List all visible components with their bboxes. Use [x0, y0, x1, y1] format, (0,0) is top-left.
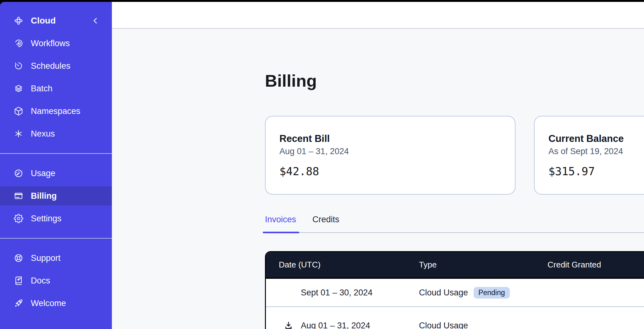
invoice-table: Date (UTC)TypeCredit Granted Sept 01 – 3… [265, 251, 644, 329]
invoice-type: Cloud Usage [419, 288, 468, 298]
sidebar-nav: WorkflowsSchedulesBatchNamespacesNexusUs… [0, 34, 112, 313]
sidebar-item-label: Settings [31, 214, 62, 224]
batch-icon [14, 84, 23, 93]
invoice-type: Cloud Usage [419, 321, 468, 329]
temporal-cloud-icon [14, 16, 23, 25]
sidebar-item-billing[interactable]: Billing [0, 186, 112, 205]
chevron-left-icon[interactable] [91, 17, 99, 25]
date-cell: Aug 01 – 31, 2024 [266, 321, 406, 329]
billing-tabs: InvoicesCredits [265, 214, 644, 233]
support-icon [14, 253, 23, 263]
download-icon[interactable] [284, 321, 293, 329]
sidebar-divider [0, 238, 112, 239]
sidebar-item-namespaces[interactable]: Namespaces [0, 102, 112, 121]
namespaces-icon [14, 106, 23, 116]
sidebar-item-workflows[interactable]: Workflows [0, 34, 112, 53]
sidebar-item-label: Support [31, 253, 61, 263]
billing-icon [14, 191, 23, 201]
sidebar: Cloud WorkflowsSchedulesBatchNamespacesN… [0, 2, 112, 329]
sidebar-item-label: Docs [31, 276, 50, 286]
tab-invoices[interactable]: Invoices [265, 214, 296, 232]
table-row: Sept 01 – 30, 2024Cloud UsagePending [266, 279, 644, 306]
sidebar-header-label: Cloud [31, 16, 56, 26]
table-row: Aug 01 – 31, 2024Cloud Usage [266, 306, 644, 329]
sidebar-item-label: Billing [31, 191, 57, 201]
sidebar-header[interactable]: Cloud [0, 11, 112, 30]
topbar [112, 2, 644, 29]
welcome-icon [14, 299, 23, 308]
column-header-credit-granted: Credit Granted [535, 260, 644, 270]
settings-icon [14, 214, 23, 223]
sidebar-item-label: Schedules [31, 61, 70, 71]
sidebar-item-usage[interactable]: Usage [0, 164, 112, 183]
sidebar-item-label: Nexus [31, 129, 55, 139]
sidebar-item-welcome[interactable]: Welcome [0, 294, 112, 313]
invoice-date: Sept 01 – 30, 2024 [301, 288, 372, 298]
sidebar-item-schedules[interactable]: Schedules [0, 57, 112, 75]
sidebar-item-label: Batch [31, 84, 52, 94]
sidebar-divider [0, 153, 112, 154]
card-amount: $42.88 [279, 164, 501, 179]
main-area: Billing Recent BillAug 01 – 31, 2024$42.… [112, 2, 644, 329]
nexus-icon [14, 129, 23, 138]
sidebar-item-settings[interactable]: Settings [0, 209, 112, 228]
sidebar-item-label: Usage [31, 169, 55, 178]
sidebar-item-label: Workflows [31, 39, 70, 48]
type-cell: Cloud UsagePending [406, 287, 535, 299]
card-subtitle: As of Sept 19, 2024 [548, 145, 644, 157]
tab-credits[interactable]: Credits [312, 214, 339, 232]
table-body: Sept 01 – 30, 2024Cloud UsagePendingAug … [266, 279, 644, 329]
app-window: Cloud WorkflowsSchedulesBatchNamespacesN… [0, 2, 644, 329]
recent-bill-card: Recent BillAug 01 – 31, 2024$42.88 [265, 116, 515, 195]
summary-cards: Recent BillAug 01 – 31, 2024$42.88Curren… [265, 116, 644, 195]
sidebar-item-label: Namespaces [31, 106, 80, 116]
tab-label: Invoices [265, 215, 296, 224]
table-header-row: Date (UTC)TypeCredit Granted [266, 252, 644, 279]
sidebar-item-docs[interactable]: Docs [0, 271, 112, 290]
invoice-date: Aug 01 – 31, 2024 [301, 321, 370, 329]
sidebar-item-nexus[interactable]: Nexus [0, 124, 112, 143]
usage-icon [14, 169, 23, 178]
status-badge: Pending [474, 287, 509, 299]
docs-icon [14, 276, 23, 285]
page-title: Billing [265, 69, 644, 92]
card-title: Recent Bill [279, 132, 501, 145]
card-amount: $315.97 [548, 164, 644, 179]
column-header-date-utc: Date (UTC) [266, 260, 406, 270]
column-header-type: Type [406, 260, 535, 270]
sidebar-item-batch[interactable]: Batch [0, 79, 112, 98]
type-cell: Cloud Usage [406, 321, 535, 329]
tab-label: Credits [312, 215, 339, 224]
billing-page: Billing Recent BillAug 01 – 31, 2024$42.… [112, 29, 644, 329]
sidebar-item-support[interactable]: Support [0, 249, 112, 267]
workflows-icon [14, 39, 23, 48]
sidebar-item-label: Welcome [31, 299, 66, 308]
card-title: Current Balance [548, 132, 644, 145]
schedules-icon [14, 61, 23, 71]
current-balance-card: Current BalanceAs of Sept 19, 2024$315.9… [534, 116, 644, 195]
date-cell: Sept 01 – 30, 2024 [266, 288, 406, 298]
card-subtitle: Aug 01 – 31, 2024 [279, 145, 501, 157]
